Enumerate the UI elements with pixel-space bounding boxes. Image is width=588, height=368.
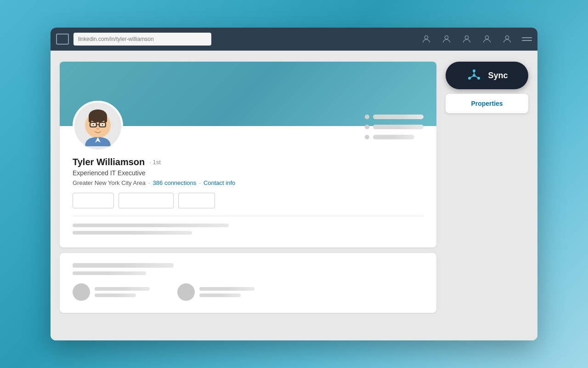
right-panel: Sync Properties [446, 62, 528, 329]
profile-title: Experienced IT Executive [73, 169, 424, 177]
svg-point-4 [505, 36, 509, 39]
svg-rect-7 [89, 116, 91, 122]
mini-line-4 [199, 293, 241, 297]
profile-card: Tyler Williamson · 1st Experienced IT Ex… [60, 62, 436, 247]
profile-footer-skeletons [73, 216, 424, 235]
profile-name-row: Tyler Williamson · 1st [73, 157, 424, 167]
browser-content: Tyler Williamson · 1st Experienced IT Ex… [51, 51, 537, 340]
avatar [73, 101, 123, 151]
separator-1: · [148, 179, 150, 186]
profile-actions [73, 193, 424, 208]
mini-avatar-group-1 [73, 283, 150, 301]
nav-person-icon-2[interactable] [441, 34, 452, 45]
profile-location: Greater New York City Area [73, 179, 146, 186]
svg-point-1 [445, 36, 448, 39]
mini-text-lines-1 [95, 287, 150, 297]
skeleton-row-2 [365, 125, 424, 129]
skeleton-dot-1 [365, 115, 369, 119]
properties-button[interactable]: Properties [446, 94, 528, 113]
profile-action-btn-1[interactable] [73, 193, 114, 208]
nav-person-icon-3[interactable] [461, 34, 472, 45]
browser-window: Tyler Williamson · 1st Experienced IT Ex… [51, 28, 537, 340]
avatar-container [73, 101, 123, 151]
properties-label: Properties [471, 100, 503, 107]
secondary-skeleton-1 [73, 263, 174, 268]
mini-line-1 [95, 287, 150, 291]
mini-line-3 [199, 287, 254, 291]
menu-line-1 [522, 37, 532, 38]
svg-point-3 [485, 36, 488, 39]
nav-icons [421, 34, 532, 45]
browser-toolbar [51, 28, 537, 51]
nav-person-icon-5[interactable] [502, 34, 513, 45]
skeleton-dot-3 [365, 135, 369, 139]
secondary-avatars [73, 283, 424, 301]
profile-column: Tyler Williamson · 1st Experienced IT Ex… [60, 62, 436, 329]
sync-button[interactable]: Sync [446, 62, 528, 89]
secondary-card [60, 253, 436, 313]
svg-point-14 [93, 124, 94, 126]
browser-tab-icon [56, 34, 69, 45]
menu-line-2 [522, 40, 532, 41]
svg-line-22 [474, 75, 479, 78]
secondary-skeletons [73, 263, 424, 275]
nav-person-icon-4[interactable] [481, 34, 492, 45]
profile-name: Tyler Williamson [73, 157, 145, 167]
svg-rect-8 [104, 116, 107, 122]
skeleton-row-1 [365, 115, 424, 119]
skeleton-line-3 [373, 135, 414, 139]
avatar-illustration [78, 106, 118, 146]
connections-link[interactable]: 386 connections [153, 179, 197, 186]
profile-right-skeletons [365, 115, 424, 139]
svg-point-2 [465, 36, 468, 39]
footer-skeleton-2 [73, 231, 192, 235]
sync-icon [466, 67, 482, 84]
footer-skeleton-1 [73, 224, 229, 227]
skeleton-line-2 [373, 125, 424, 129]
nav-person-icon-1[interactable] [421, 34, 432, 45]
mini-line-2 [95, 293, 136, 297]
mini-text-lines-2 [199, 287, 254, 297]
profile-meta: Greater New York City Area · 386 connect… [73, 179, 424, 186]
mini-avatar-2 [177, 283, 195, 301]
mini-avatar-1 [73, 283, 90, 301]
secondary-skeleton-2 [73, 271, 146, 275]
skeleton-line-1 [373, 115, 424, 119]
profile-action-btn-3[interactable] [178, 193, 215, 208]
skeleton-dot-2 [365, 125, 369, 129]
address-bar[interactable] [74, 33, 211, 46]
profile-action-btn-2[interactable] [119, 193, 174, 208]
svg-line-21 [469, 75, 474, 78]
profile-body: Tyler Williamson · 1st Experienced IT Ex… [60, 101, 436, 247]
contact-info-link[interactable]: Contact info [204, 179, 235, 186]
sync-label: Sync [488, 71, 508, 80]
svg-point-16 [96, 128, 99, 130]
nav-menu-button[interactable] [522, 37, 532, 41]
skeleton-row-3 [365, 135, 424, 139]
svg-point-15 [102, 124, 103, 126]
profile-info: Tyler Williamson · 1st Experienced IT Ex… [73, 157, 424, 186]
connection-badge: · 1st [149, 159, 161, 166]
separator-2: · [199, 179, 201, 186]
mini-avatar-group-2 [177, 283, 254, 301]
svg-point-0 [424, 36, 428, 39]
